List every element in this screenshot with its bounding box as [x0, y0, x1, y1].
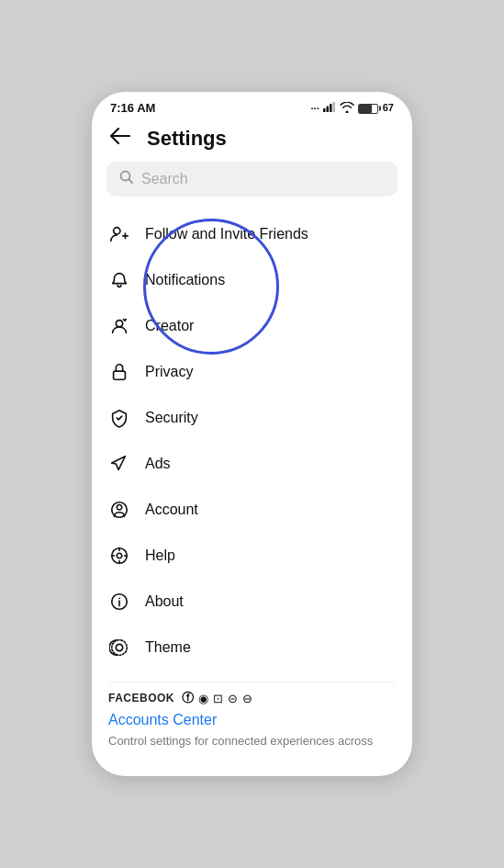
- facebook-f-icon: ⓕ: [182, 690, 194, 706]
- follow-icon: [108, 223, 130, 245]
- svg-rect-0: [323, 108, 326, 112]
- svg-rect-1: [326, 107, 329, 113]
- accounts-center-sublabel: Control settings for connected experienc…: [108, 734, 373, 748]
- svg-point-17: [116, 644, 122, 650]
- menu-item-follow[interactable]: Follow and Invite Friends: [92, 211, 412, 257]
- theme-icon: [108, 637, 130, 659]
- menu-label-follow: Follow and Invite Friends: [145, 226, 308, 242]
- menu-label-privacy: Privacy: [145, 364, 193, 380]
- menu-item-about[interactable]: About: [92, 579, 412, 625]
- search-icon: [119, 170, 134, 188]
- phone-frame: 7:16 AM ··· 67 Settings Search: [92, 92, 412, 776]
- oculus-icon: ⊖: [242, 692, 252, 705]
- help-icon: [108, 545, 130, 567]
- menu-list: Follow and Invite Friends Notifications …: [92, 206, 412, 671]
- menu-label-ads: Ads: [145, 456, 171, 472]
- svg-point-16: [119, 598, 120, 599]
- menu-item-help[interactable]: Help: [92, 533, 412, 579]
- menu-item-creator[interactable]: Creator: [92, 303, 412, 349]
- menu-item-account[interactable]: Account: [92, 487, 412, 533]
- facebook-brand-label: FACEBOOK: [108, 692, 174, 705]
- svg-point-18: [112, 640, 128, 656]
- menu-item-security[interactable]: Security: [92, 395, 412, 441]
- svg-rect-3: [332, 102, 335, 112]
- back-button[interactable]: [106, 126, 134, 151]
- menu-label-notifications: Notifications: [145, 272, 225, 288]
- svg-point-11: [117, 505, 122, 511]
- menu-item-privacy[interactable]: Privacy: [92, 349, 412, 395]
- svg-rect-2: [330, 104, 332, 112]
- about-icon: [108, 591, 130, 613]
- signal-dots-icon: ···: [311, 103, 319, 114]
- wifi-icon: [340, 102, 354, 115]
- facebook-section: FACEBOOK ⓕ ◉ ⊡ ⊝ ⊖ Accounts Center Contr…: [92, 671, 412, 752]
- page-title: Settings: [147, 127, 227, 151]
- menu-item-notifications[interactable]: Notifications: [92, 257, 412, 303]
- svg-point-5: [114, 228, 120, 234]
- svg-point-13: [117, 553, 122, 558]
- shield-icon: [108, 407, 130, 429]
- menu-label-creator: Creator: [145, 318, 194, 334]
- lock-icon: [108, 361, 130, 383]
- menu-label-security: Security: [145, 410, 198, 426]
- bell-icon: [108, 269, 130, 291]
- whatsapp-icon: ⊝: [228, 692, 238, 705]
- svg-point-8: [116, 321, 122, 327]
- header: Settings: [92, 118, 412, 162]
- messenger-icon: ◉: [198, 692, 208, 705]
- menu-item-theme[interactable]: Theme: [92, 625, 412, 671]
- menu-label-help: Help: [145, 547, 175, 564]
- search-bar[interactable]: Search: [106, 162, 398, 197]
- creator-icon: [108, 315, 130, 337]
- signal-bars-icon: [323, 102, 336, 114]
- svg-rect-9: [114, 371, 126, 379]
- status-bar: 7:16 AM ··· 67: [92, 92, 412, 118]
- status-time: 7:16 AM: [110, 101, 155, 115]
- menu-label-theme: Theme: [145, 639, 191, 656]
- battery-indicator: 67: [358, 102, 394, 114]
- account-icon: [108, 499, 130, 521]
- instagram-icon: ⊡: [213, 692, 223, 705]
- facebook-social-icons: ⓕ ◉ ⊡ ⊝ ⊖: [182, 690, 252, 706]
- menu-label-account: Account: [145, 502, 198, 518]
- ads-icon: [108, 453, 130, 475]
- menu-item-ads[interactable]: Ads: [92, 441, 412, 487]
- search-placeholder: Search: [141, 171, 188, 187]
- menu-label-about: About: [145, 593, 184, 610]
- status-icons: ··· 67: [311, 102, 394, 115]
- accounts-center-link[interactable]: Accounts Center: [108, 712, 396, 728]
